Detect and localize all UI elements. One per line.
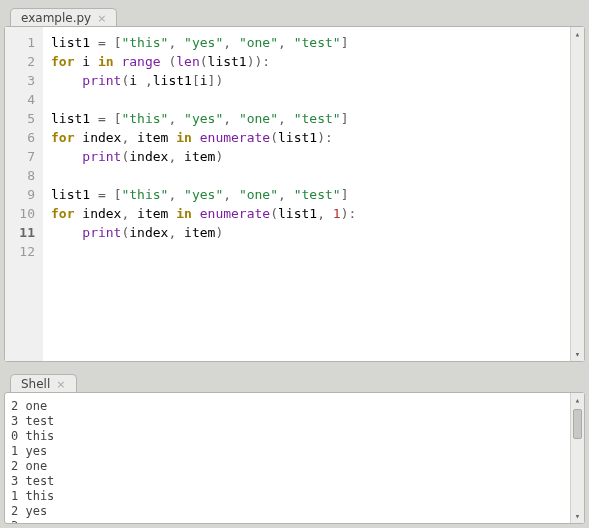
code-line: list1 = ["this", "yes", "one", "test"]	[51, 185, 566, 204]
tab-shell[interactable]: Shell ×	[10, 374, 77, 393]
shell-output-line: 1 yes	[11, 444, 566, 459]
tab-label: example.py	[21, 11, 91, 25]
line-number: 11	[7, 223, 35, 242]
scroll-down-icon[interactable]: ▾	[571, 347, 584, 361]
line-number: 12	[7, 242, 35, 261]
line-number: 10	[7, 204, 35, 223]
code-line: list1 = ["this", "yes", "one", "test"]	[51, 109, 566, 128]
code-line: print(index, item)	[51, 147, 566, 166]
shell-scrollbar[interactable]: ▴ ▾	[570, 393, 584, 523]
code-line: print(i ,list1[i])	[51, 71, 566, 90]
shell-output-line: 2 one	[11, 459, 566, 474]
code-line	[51, 242, 566, 261]
code-line	[51, 166, 566, 185]
code-line: list1 = ["this", "yes", "one", "test"]	[51, 33, 566, 52]
scroll-thumb[interactable]	[573, 409, 582, 439]
code-line: for i in range (len(list1)):	[51, 52, 566, 71]
line-number: 8	[7, 166, 35, 185]
code-line: for index, item in enumerate(list1, 1):	[51, 204, 566, 223]
line-number-gutter: 123456789101112	[5, 27, 43, 361]
close-icon[interactable]: ×	[97, 13, 106, 24]
shell-output-line: 3 test	[11, 414, 566, 429]
scroll-up-icon[interactable]: ▴	[571, 393, 584, 407]
line-number: 1	[7, 33, 35, 52]
shell-output-line: 3 one	[11, 519, 566, 523]
shell-output-line: 3 test	[11, 474, 566, 489]
shell-output-line: 2 one	[11, 399, 566, 414]
shell-output-line: 2 yes	[11, 504, 566, 519]
shell-output[interactable]: 2 one3 test0 this1 yes2 one3 test1 this2…	[5, 393, 570, 523]
editor-tabbar: example.py ×	[4, 4, 585, 26]
shell-pane: Shell × 2 one3 test0 this1 yes2 one3 tes…	[0, 366, 589, 528]
shell-output-line: 0 this	[11, 429, 566, 444]
shell-tabbar: Shell ×	[4, 370, 585, 392]
editor-body: 123456789101112 list1 = ["this", "yes", …	[4, 26, 585, 362]
tab-label: Shell	[21, 377, 50, 391]
line-number: 2	[7, 52, 35, 71]
editor-pane: example.py × 123456789101112 list1 = ["t…	[0, 0, 589, 366]
code-line: for index, item in enumerate(list1):	[51, 128, 566, 147]
line-number: 3	[7, 71, 35, 90]
line-number: 7	[7, 147, 35, 166]
code-area[interactable]: list1 = ["this", "yes", "one", "test"]fo…	[43, 27, 570, 361]
close-icon[interactable]: ×	[56, 379, 65, 390]
shell-body: 2 one3 test0 this1 yes2 one3 test1 this2…	[4, 392, 585, 524]
code-line: print(index, item)	[51, 223, 566, 242]
editor-scrollbar[interactable]: ▴ ▾	[570, 27, 584, 361]
shell-output-line: 1 this	[11, 489, 566, 504]
tab-example-py[interactable]: example.py ×	[10, 8, 117, 27]
scroll-down-icon[interactable]: ▾	[571, 509, 584, 523]
line-number: 9	[7, 185, 35, 204]
code-line	[51, 90, 566, 109]
line-number: 5	[7, 109, 35, 128]
scroll-up-icon[interactable]: ▴	[571, 27, 584, 41]
line-number: 4	[7, 90, 35, 109]
line-number: 6	[7, 128, 35, 147]
